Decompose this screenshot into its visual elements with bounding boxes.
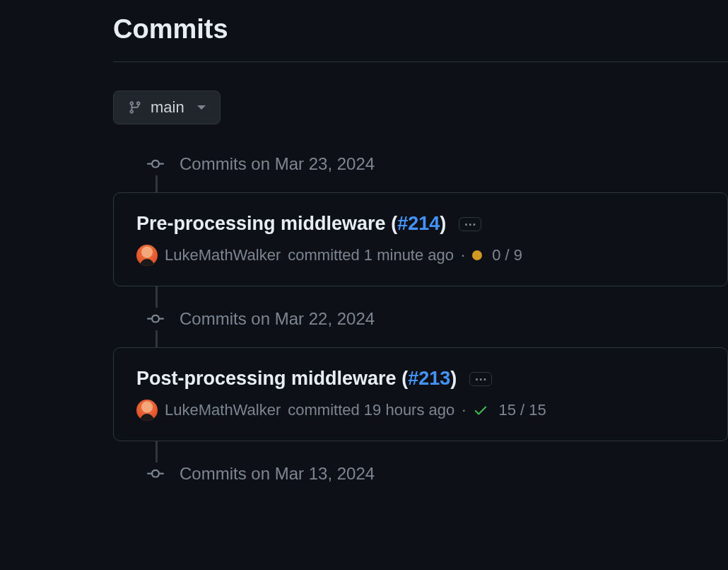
commit-timeline: Commits on Mar 23, 2024 Pre-processing m… xyxy=(113,153,728,485)
commit-card[interactable]: Post-processing middleware (#213) … Luke… xyxy=(113,347,728,441)
git-branch-icon xyxy=(128,99,142,116)
checks-count[interactable]: 15 / 15 xyxy=(498,401,546,419)
commit-title-text: Pre-processing middleware xyxy=(136,213,386,234)
page-title: Commits xyxy=(113,14,728,45)
divider xyxy=(113,62,728,62)
commit-node-icon xyxy=(147,308,164,330)
expand-description-button[interactable]: … xyxy=(459,217,481,231)
avatar[interactable] xyxy=(136,245,158,266)
branch-label: main xyxy=(151,98,184,117)
commit-meta: LukeMathWalker committed 1 minute ago · … xyxy=(136,245,705,266)
status-success-icon[interactable] xyxy=(473,402,488,418)
checks-count[interactable]: 0 / 9 xyxy=(492,246,522,264)
branch-selector[interactable]: main xyxy=(113,91,221,124)
commit-title[interactable]: Pre-processing middleware (#214) xyxy=(136,213,446,235)
author-link[interactable]: LukeMathWalker xyxy=(165,401,281,419)
avatar[interactable] xyxy=(136,400,158,421)
commit-card[interactable]: Pre-processing middleware (#214) … LukeM… xyxy=(113,192,728,286)
commit-title-text: Post-processing middleware xyxy=(136,368,397,389)
commit-node-icon xyxy=(147,153,164,175)
chevron-down-icon xyxy=(197,105,206,110)
date-header: Commits on Mar 22, 2024 xyxy=(113,308,728,330)
author-link[interactable]: LukeMathWalker xyxy=(165,246,281,264)
date-label: Commits on Mar 13, 2024 xyxy=(180,464,375,484)
status-pending-icon[interactable] xyxy=(472,250,482,260)
committed-time: committed 1 minute ago xyxy=(288,246,454,264)
date-header: Commits on Mar 23, 2024 xyxy=(113,153,728,175)
commit-meta: LukeMathWalker committed 19 hours ago · … xyxy=(136,400,705,421)
date-label: Commits on Mar 22, 2024 xyxy=(180,309,375,329)
date-label: Commits on Mar 23, 2024 xyxy=(180,154,375,174)
pr-link[interactable]: #213 xyxy=(408,368,450,389)
date-header: Commits on Mar 13, 2024 xyxy=(113,463,728,485)
commit-title[interactable]: Post-processing middleware (#213) xyxy=(136,368,457,390)
expand-description-button[interactable]: … xyxy=(469,372,492,386)
pr-link[interactable]: #214 xyxy=(397,213,440,234)
committed-time: committed 19 hours ago xyxy=(288,401,454,419)
commit-node-icon xyxy=(147,463,164,485)
